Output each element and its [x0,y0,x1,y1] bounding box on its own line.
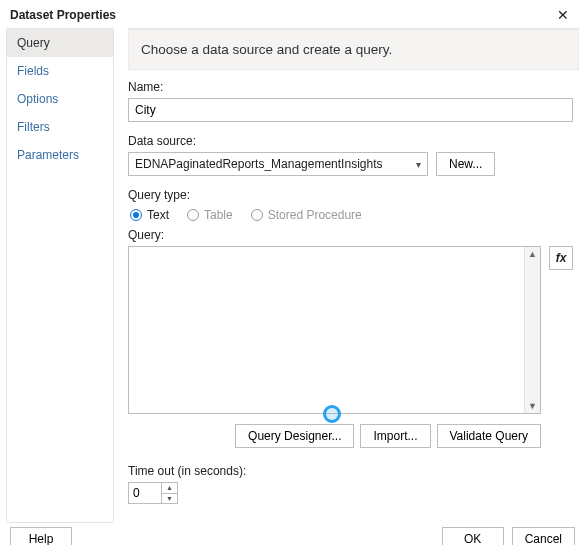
title-bar: Dataset Properties ✕ [0,0,585,28]
dialog-footer: Help OK Cancel [0,523,585,545]
dialog-body: Query Fields Options Filters Parameters … [0,28,585,523]
timeout-input[interactable] [129,483,161,503]
querytype-radio-table[interactable]: Table [187,208,233,222]
new-datasource-button[interactable]: New... [436,152,495,176]
panel-header: Choose a data source and create a query. [128,29,579,70]
datasource-section: Data source: EDNAPaginatedReports_Manage… [128,134,573,176]
spinner-down-icon[interactable]: ▼ [162,493,177,504]
sidebar-item-filters[interactable]: Filters [7,113,113,141]
query-label: Query: [128,228,573,242]
sidebar-item-label: Options [17,92,58,106]
query-actions: Query Designer... Import... Validate Que… [128,424,573,448]
datasource-label: Data source: [128,134,573,148]
datasource-value: EDNAPaginatedReports_ManagementInsights [135,157,382,171]
radio-icon [187,209,199,221]
name-label: Name: [128,80,573,94]
help-button[interactable]: Help [10,527,72,545]
sidebar-item-parameters[interactable]: Parameters [7,141,113,169]
ok-button[interactable]: OK [442,527,504,545]
cancel-button[interactable]: Cancel [512,527,575,545]
radio-icon [251,209,263,221]
querytype-radio-text[interactable]: Text [130,208,169,222]
close-icon[interactable]: ✕ [551,6,575,24]
fx-icon: fx [556,251,567,265]
query-designer-button[interactable]: Query Designer... [235,424,354,448]
import-button[interactable]: Import... [360,424,430,448]
chevron-down-icon: ▾ [416,159,421,170]
scroll-up-icon[interactable]: ▲ [528,249,537,259]
radio-label: Table [204,208,233,222]
main-panel: Choose a data source and create a query.… [128,28,579,523]
timeout-label: Time out (in seconds): [128,464,573,478]
query-textarea-container: ▲ ▼ [128,246,541,414]
sidebar-item-label: Filters [17,120,50,134]
sidebar-item-fields[interactable]: Fields [7,57,113,85]
sidebar-item-label: Query [17,36,50,50]
name-section: Name: [128,80,573,122]
sidebar-item-label: Parameters [17,148,79,162]
expression-button[interactable]: fx [549,246,573,270]
querytype-radio-storedproc[interactable]: Stored Procedure [251,208,362,222]
timeout-section: Time out (in seconds): ▲ ▼ [128,464,573,504]
name-input[interactable] [128,98,573,122]
sidebar-item-label: Fields [17,64,49,78]
query-section: Query: ▲ ▼ fx Query Design [128,228,573,448]
sidebar-item-query[interactable]: Query [7,29,113,57]
radio-label: Text [147,208,169,222]
radio-icon [130,209,142,221]
datasource-select[interactable]: EDNAPaginatedReports_ManagementInsights … [128,152,428,176]
query-textarea[interactable] [129,247,524,413]
scroll-down-icon[interactable]: ▼ [528,401,537,411]
timeout-spinner[interactable]: ▲ ▼ [128,482,178,504]
spinner-up-icon[interactable]: ▲ [162,483,177,493]
querytype-label: Query type: [128,188,573,202]
sidebar-item-options[interactable]: Options [7,85,113,113]
validate-query-button[interactable]: Validate Query [437,424,542,448]
panel-content: Name: Data source: EDNAPaginatedReports_… [128,70,579,504]
querytype-section: Query type: Text Table Stored Procedure [128,188,573,222]
scrollbar[interactable]: ▲ ▼ [524,247,540,413]
radio-label: Stored Procedure [268,208,362,222]
window-title: Dataset Properties [10,8,116,22]
sidebar: Query Fields Options Filters Parameters [6,28,114,523]
